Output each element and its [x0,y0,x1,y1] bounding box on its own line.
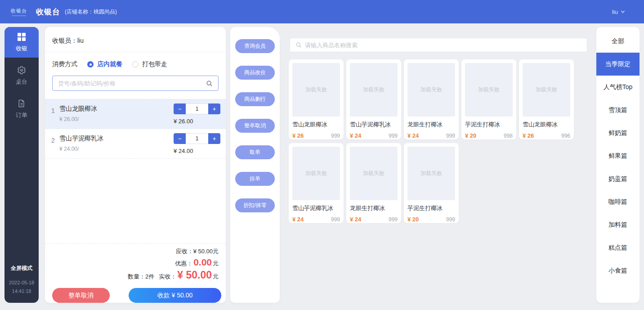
category-sidebar: 全部 当季限定 人气榜Top 雪顶篇 鲜奶篇 鲜果篇 奶盖篇 咖啡篇 加料篇 糕… [596,27,640,303]
product-stock: 999 [389,133,398,139]
current-time: 14:41:18 [4,287,39,296]
store-name-label: (店铺名称：桃园尚品) [65,8,117,16]
category-item[interactable]: 鲜奶篇 [596,121,640,144]
quick-action-button[interactable]: 折扣/抹零 [235,198,275,212]
product-stock: 999 [446,216,455,223]
consume-option-label: 打包带走 [142,60,167,68]
category-item[interactable]: 咖啡篇 [596,190,640,213]
product-card[interactable]: 加载失败 雪山龙眼椰冰 ¥ 26 996 [519,59,574,139]
search-icon [295,42,302,48]
cart-item-name: 雪山龙眼椰冰 [59,105,174,113]
cart-item-index: 2 [51,133,59,154]
nav-item-label: 桌台 [16,78,27,86]
quick-action-button[interactable]: 取单 [235,145,275,159]
cashier-label: 收银员： [52,37,77,44]
decrease-qty-button[interactable]: − [174,103,186,114]
barcode-search-input[interactable] [58,80,202,87]
cart-item-row[interactable]: 1 雪山龙眼椰冰 ¥ 26.00/ − 1 + ¥ 26.00 [45,99,226,129]
cart-item-name: 雪山芋泥椰乳冰 [59,135,174,143]
app-logo: 收银台 [11,8,27,16]
product-stock: 998 [504,133,513,139]
product-card[interactable]: 加载失败 龙眼生打椰冰 ¥ 24 999 [346,143,401,223]
product-card[interactable]: 加载失败 龙眼生打椰冰 ¥ 24 999 [404,59,459,139]
increase-qty-button[interactable]: + [208,103,220,114]
logo-subline [12,15,26,16]
search-icon[interactable] [206,80,213,87]
product-card[interactable]: 加载失败 雪山龙眼椰冰 ¥ 26 999 [289,59,344,139]
chevron-down-icon [621,9,625,14]
cart-item-row[interactable]: 2 雪山芋泥椰乳冰 ¥ 24.00/ − 1 + ¥ 24.00 [45,129,226,159]
quick-action-button[interactable]: 查询会员 [235,39,275,53]
consume-option[interactable]: 打包带走 [132,60,167,68]
product-name: 雪山芋泥椰乳冰 [292,204,340,212]
product-image-placeholder: 加载失败 [292,147,340,200]
cart-items-list: 1 雪山龙眼椰冰 ¥ 26.00/ − 1 + ¥ 26.00 2 [45,99,226,159]
grid-icon [17,32,26,41]
quick-action-button[interactable]: 整单取消 [235,119,275,133]
category-item[interactable]: 小食篇 [596,259,640,282]
category-item[interactable]: 当季限定 [596,53,640,76]
product-price: ¥ 24 [350,132,361,139]
nav-item-label: 收银 [16,45,27,53]
category-item[interactable]: 雪顶篇 [596,99,640,121]
product-price: ¥ 24 [292,216,304,223]
yuan-unit: 元 [213,247,219,256]
product-name: 雪山芋泥椰乳冰 [350,121,398,129]
quick-action-button[interactable]: 挂单 [235,172,275,186]
user-menu[interactable]: liu [612,9,625,15]
product-name: 龙眼生打椰冰 [350,204,398,212]
consume-option[interactable]: 店内就餐 [87,60,122,68]
receivable-value: ¥ 50.00 [193,248,213,255]
product-card[interactable]: 加载失败 雪山芋泥椰乳冰 ¥ 24 999 [346,59,401,139]
nav-item-tables[interactable]: 桌台 [4,60,39,91]
cart-item-unit-price: ¥ 26.00/ [59,116,174,122]
collect-payment-button[interactable]: 收款 ¥ 50.00 [129,288,221,303]
product-card[interactable]: 加载失败 芋泥生打椰冰 ¥ 20 999 [404,143,459,223]
quick-action-button[interactable]: 商品删行 [235,92,275,106]
category-item[interactable]: 人气榜Top [596,76,640,99]
product-name: 雪山龙眼椰冰 [292,121,340,129]
category-item[interactable]: 奶盖篇 [596,167,640,190]
discount-label: 优惠： [175,260,192,268]
product-price: ¥ 20 [465,132,476,139]
cart-item-index: 1 [51,103,59,125]
receivable-label: 应收： [176,247,193,256]
category-item[interactable]: 糕点篇 [596,236,640,259]
quantity-stepper: − 1 + [174,103,220,114]
category-item[interactable]: 鲜果篇 [596,144,640,167]
consume-option-label: 店内就餐 [97,60,122,68]
quick-action-button[interactable]: 商品改价 [235,66,275,80]
product-name: 芋泥生打椰冰 [407,204,455,212]
product-card[interactable]: 加载失败 雪山芋泥椰乳冰 ¥ 24 999 [289,143,344,223]
fullscreen-mode-button[interactable]: 全屏模式 [4,265,39,272]
quantity-value[interactable]: 1 [186,133,208,144]
category-item[interactable]: 加料篇 [596,213,640,236]
cart-item-unit-price: ¥ 24.00/ [59,146,174,152]
cart-totals: 应收： ¥ 50.00 元 优惠： 0.00 元 数量： 2件 实收： ¥ 50… [45,243,226,283]
product-image-placeholder: 加载失败 [407,63,455,117]
product-image-placeholder: 加载失败 [523,63,570,117]
product-card[interactable]: 加载失败 芋泥生打椰冰 ¥ 20 998 [461,59,516,139]
cashier-name: liu [77,37,84,44]
category-item[interactable]: 全部 [596,30,640,53]
product-name: 芋泥生打椰冰 [465,121,513,129]
paid-label: 实收： [159,273,176,281]
decrease-qty-button[interactable]: − [174,133,186,144]
discount-value: 0.00 [193,257,212,268]
increase-qty-button[interactable]: + [208,133,220,144]
nav-item-label: 订单 [16,111,27,119]
cancel-order-button[interactable]: 整单取消 [52,288,110,303]
quantity-value[interactable]: 1 [186,103,208,114]
product-price: ¥ 26 [292,132,304,139]
left-nav: 收银 桌台 订单 全屏模式 2022-05-18 14:41:18 [4,27,39,303]
consume-method-row: 消费方式 店内就餐 打包带走 [45,52,226,68]
image-load-failed-text: 加载失败 [305,170,327,177]
product-image-placeholder: 加载失败 [350,147,398,200]
image-load-failed-text: 加载失败 [536,86,557,94]
image-load-failed-text: 加载失败 [420,170,442,177]
nav-item-cashier[interactable]: 收银 [4,27,39,58]
product-price: ¥ 24 [350,216,361,223]
product-search-input[interactable] [305,42,581,49]
product-grid: 加载失败 雪山龙眼椰冰 ¥ 26 999 加载失败 雪山芋泥椰乳冰 ¥ 24 9… [289,59,579,223]
nav-item-orders[interactable]: 订单 [4,94,39,124]
